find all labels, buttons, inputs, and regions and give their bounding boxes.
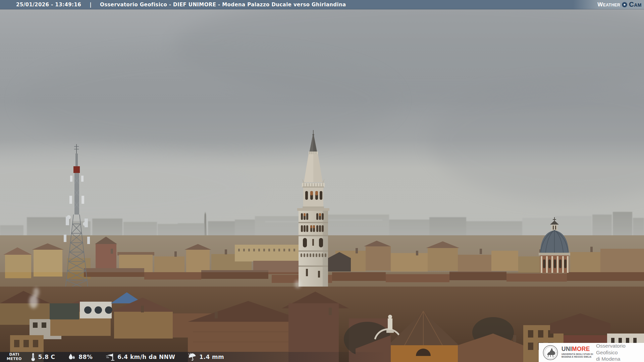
weathercam-word1: Weather xyxy=(597,1,620,8)
separator: | xyxy=(90,2,92,8)
meteo-label: DATI METEO xyxy=(7,353,22,361)
humidity-value: 88% xyxy=(78,354,93,360)
city-panorama: .s1{fill:#a3a49f}.s2{fill:#9b9c97}.s3{fi… xyxy=(0,0,644,362)
weathercam-word2: Cam xyxy=(629,1,642,8)
observatory-name: Osservatorio Geofisico di Modena xyxy=(596,343,644,362)
temperature-readout: 5.8 C xyxy=(31,353,55,361)
datetime: 25/01/2026 - 13:49:16 xyxy=(16,2,81,8)
observatory-name-line1: Osservatorio Geofisico xyxy=(596,343,644,356)
unimore-branding: UNIMORE UNIVERSITÀ DEGLI STUDI DI MODENA… xyxy=(539,343,644,362)
meteo-label-line2: METEO xyxy=(7,357,22,361)
rain-readout: 1.4 mm xyxy=(188,353,224,361)
wind-flag-icon xyxy=(105,353,115,361)
camera-lens-icon xyxy=(622,2,627,7)
unimore-acronym-red: MORE xyxy=(572,346,590,352)
unimore-wordmark: UNIMORE UNIVERSITÀ DEGLI STUDI DI MODENA… xyxy=(561,346,594,358)
humidity-readout: 88% xyxy=(68,353,93,361)
observatory-name-line2: di Modena xyxy=(596,356,644,362)
university-name: UNIVERSITÀ DEGLI STUDI DI MODENA E REGGI… xyxy=(561,353,594,359)
thermometer-icon xyxy=(31,353,36,361)
unimore-seal-icon xyxy=(543,345,558,360)
university-name-line2: MODENA E REGGIO EMILIA xyxy=(561,356,594,358)
wind-value: 6.4 km/h da NNW xyxy=(117,354,175,360)
unimore-acronym-gray: UNI xyxy=(561,346,572,352)
temperature-value: 5.8 C xyxy=(38,354,55,360)
rain-value: 1.4 mm xyxy=(199,354,224,360)
webcam-view: .s1{fill:#a3a49f}.s2{fill:#9b9c97}.s3{fi… xyxy=(0,0,644,362)
humidity-icon xyxy=(68,353,76,361)
university-name-line1: UNIVERSITÀ DEGLI STUDI DI xyxy=(561,353,594,356)
umbrella-icon xyxy=(188,353,197,361)
page-title: Osservatorio Geofisico - DIEF UNIMORE - … xyxy=(100,2,346,8)
header-bar: 25/01/2026 - 13:49:16 | Osservatorio Geo… xyxy=(0,0,644,9)
wind-readout: 6.4 km/h da NNW xyxy=(105,353,175,361)
weathercam-watermark: Weather Cam xyxy=(597,0,642,9)
